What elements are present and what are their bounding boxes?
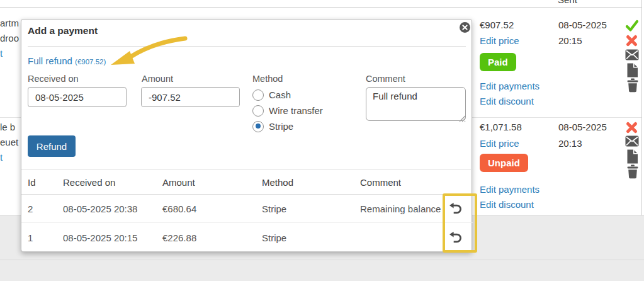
modal-title: Add a payment: [28, 25, 98, 37]
edit-price-link[interactable]: Edit price: [480, 35, 519, 46]
room-link-fragment[interactable]: t: [0, 48, 3, 59]
header-comment: Comment: [360, 176, 401, 187]
document-icon[interactable]: [626, 63, 640, 77]
cell-received-on: 08-05-2025 20:15: [63, 232, 137, 243]
sent-date: 08-05-2025: [558, 122, 607, 132]
sent-time: 20:15: [558, 35, 582, 46]
comment-label: Comment: [366, 74, 405, 84]
method-radio-group: Cash Wire transfer Stripe: [252, 87, 323, 134]
refund-button[interactable]: Refund: [28, 135, 76, 157]
arrow-annotation: [108, 35, 190, 72]
full-refund-link[interactable]: Full refund (€907.52): [28, 55, 106, 66]
method-option-label: Cash: [269, 89, 291, 100]
cell-amount: €226.88: [162, 232, 196, 243]
room-name-fragment: artm: [0, 18, 19, 28]
cross-icon[interactable]: [625, 34, 639, 48]
cell-amount: €680.64: [162, 204, 196, 214]
method-radio[interactable]: [252, 105, 264, 117]
status-badge-paid: Paid: [480, 53, 516, 71]
sent-date: 08-05-2025: [558, 20, 607, 30]
room-name-fragment: droo: [0, 33, 19, 43]
payments-table-header: Id Received on Amount Method Comment: [21, 169, 473, 195]
envelope-icon[interactable]: [625, 135, 639, 149]
cross-icon[interactable]: [625, 121, 639, 135]
edit-payments-link[interactable]: Edit payments: [480, 81, 539, 91]
comment-textarea[interactable]: Full refund: [366, 87, 466, 121]
cell-received-on: 08-05-2025 20:38: [63, 204, 137, 214]
undo-payment-icon[interactable]: [448, 201, 463, 217]
column-header-sent: Sent: [558, 0, 577, 5]
method-radio[interactable]: [252, 121, 264, 132]
method-radio[interactable]: [252, 89, 264, 101]
edit-discount-link[interactable]: Edit discount: [480, 96, 534, 106]
resize-handle-icon[interactable]: [459, 113, 466, 120]
panel-right-border: [641, 0, 642, 215]
status-badge-unpaid: Unpaid: [480, 154, 528, 172]
table-header-border: [0, 7, 641, 8]
undo-payment-icon[interactable]: [448, 230, 463, 246]
cell-id: 1: [28, 232, 33, 243]
edit-price-link[interactable]: Edit price: [480, 138, 519, 149]
header-method: Method: [262, 176, 293, 187]
edit-discount-link[interactable]: Edit discount: [480, 199, 534, 210]
close-icon[interactable]: [460, 22, 470, 33]
sent-time: 20:13: [558, 138, 582, 149]
method-option-stripe[interactable]: Stripe: [252, 118, 323, 134]
cell-method: Stripe: [262, 204, 286, 214]
page: Sent artm droo t le b euet t €907.52 Edi…: [0, 0, 644, 281]
check-icon[interactable]: [625, 19, 639, 33]
trash-icon[interactable]: [626, 78, 640, 92]
cell-id: 2: [28, 204, 33, 214]
method-label: Method: [252, 74, 283, 84]
edit-payments-link[interactable]: Edit payments: [480, 184, 539, 195]
room-link-fragment[interactable]: t: [0, 152, 3, 163]
amount-input[interactable]: [141, 87, 240, 107]
document-icon[interactable]: [626, 149, 640, 163]
amount-label: Amount: [142, 74, 173, 84]
payments-table: Id Received on Amount Method Comment 2 0…: [21, 169, 473, 252]
room-name-fragment: euet: [0, 137, 18, 147]
header-id: Id: [28, 176, 36, 187]
header-received-on: Received on: [63, 176, 115, 187]
booking-price: €1,071.58: [480, 122, 522, 132]
table-row: 1 08-05-2025 20:15 €226.88 Stripe: [21, 223, 473, 252]
footer-divider: [0, 260, 644, 260]
envelope-icon[interactable]: [625, 49, 639, 63]
booking-price: €907.52: [480, 20, 514, 30]
received-on-label: Received on: [28, 74, 79, 84]
cell-method: Stripe: [262, 232, 286, 243]
received-on-input[interactable]: [28, 87, 127, 107]
room-name-fragment: le b: [0, 122, 15, 132]
title-divider: [28, 46, 466, 47]
full-refund-amount: (€907.52): [75, 58, 106, 66]
method-option-label: Wire transfer: [269, 105, 323, 116]
full-refund-text: Full refund: [28, 55, 72, 66]
method-option-label: Stripe: [269, 121, 293, 132]
add-payment-modal: Add a payment Full refund (€907.52) Rece…: [21, 19, 472, 252]
method-option-wire-transfer[interactable]: Wire transfer: [252, 103, 323, 118]
table-row: 2 08-05-2025 20:38 €680.64 Stripe Remain…: [21, 195, 473, 223]
cell-comment: Remaining balance: [360, 204, 441, 214]
trash-icon[interactable]: [626, 164, 640, 178]
header-amount: Amount: [162, 176, 195, 187]
method-option-cash[interactable]: Cash: [252, 87, 323, 103]
